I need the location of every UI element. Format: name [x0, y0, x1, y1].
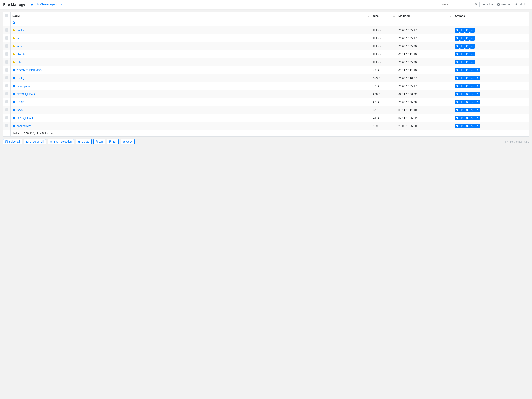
rename-action[interactable]	[460, 108, 465, 112]
item-link[interactable]: index	[17, 109, 23, 112]
copy-action[interactable]	[465, 68, 470, 72]
row-checkbox[interactable]	[5, 100, 8, 103]
item-link[interactable]: packed-refs	[17, 124, 31, 128]
delete-action[interactable]	[455, 84, 460, 89]
row-checkbox[interactable]	[5, 116, 8, 119]
link-action[interactable]	[470, 44, 475, 49]
invert-selection-button[interactable]: Invert selection	[48, 139, 74, 144]
link-action[interactable]	[470, 116, 475, 120]
row-checkbox[interactable]	[5, 36, 8, 39]
link-action[interactable]	[470, 84, 475, 89]
delete-action[interactable]	[455, 60, 460, 64]
link-action[interactable]	[470, 76, 475, 80]
copy-action[interactable]	[465, 100, 470, 104]
link-action[interactable]	[470, 60, 475, 64]
copy-action[interactable]	[465, 28, 470, 32]
rename-action[interactable]	[460, 44, 465, 49]
copy-button[interactable]: Copy	[120, 139, 135, 144]
copy-action[interactable]	[465, 92, 470, 97]
download-action[interactable]	[475, 124, 480, 129]
rename-action[interactable]	[460, 76, 465, 80]
row-checkbox[interactable]	[5, 124, 8, 127]
copy-action[interactable]	[465, 124, 470, 129]
delete-action[interactable]	[455, 44, 460, 49]
copy-action[interactable]	[465, 52, 470, 57]
delete-action[interactable]	[455, 76, 460, 80]
link-action[interactable]	[470, 92, 475, 97]
download-action[interactable]	[475, 68, 480, 72]
link-action[interactable]	[470, 68, 475, 72]
copy-action[interactable]	[465, 44, 470, 49]
search-input[interactable]	[439, 1, 473, 7]
item-link[interactable]: COMMIT_EDITMSG	[17, 69, 42, 72]
delete-action[interactable]	[455, 108, 460, 112]
rename-action[interactable]	[460, 52, 465, 57]
item-link[interactable]: objects	[17, 53, 25, 56]
row-checkbox[interactable]	[5, 45, 8, 48]
row-checkbox[interactable]	[5, 28, 8, 32]
item-link[interactable]: hooks	[17, 29, 24, 32]
download-action[interactable]	[475, 76, 480, 80]
up-link[interactable]: ..	[13, 21, 17, 24]
row-checkbox[interactable]	[5, 52, 8, 56]
copy-action[interactable]	[465, 60, 470, 64]
delete-action[interactable]	[455, 116, 460, 120]
home-link[interactable]	[31, 3, 33, 6]
new-item-link[interactable]: New Item	[497, 3, 512, 6]
select-all-button[interactable]: Select all	[3, 139, 22, 144]
select-all-checkbox[interactable]	[5, 14, 8, 17]
delete-action[interactable]	[455, 28, 460, 32]
link-action[interactable]	[470, 100, 475, 104]
delete-action[interactable]	[455, 36, 460, 40]
copy-action[interactable]	[465, 36, 470, 40]
link-action[interactable]	[470, 28, 475, 32]
item-link[interactable]: description	[17, 84, 30, 88]
download-action[interactable]	[475, 108, 480, 112]
rename-action[interactable]	[460, 60, 465, 64]
item-link[interactable]: info	[17, 37, 21, 40]
rename-action[interactable]	[460, 100, 465, 104]
row-checkbox[interactable]	[5, 92, 8, 96]
admin-dropdown[interactable]: Admin	[515, 3, 529, 6]
delete-action[interactable]	[455, 52, 460, 57]
copy-action[interactable]	[465, 76, 470, 80]
rename-action[interactable]	[460, 84, 465, 89]
search-button[interactable]	[473, 1, 480, 7]
item-link[interactable]: refs	[17, 61, 21, 64]
copy-action[interactable]	[465, 116, 470, 120]
tar-button[interactable]: Tar	[107, 139, 118, 144]
row-checkbox[interactable]	[5, 76, 8, 79]
delete-action[interactable]	[455, 68, 460, 72]
rename-action[interactable]	[460, 28, 465, 32]
delete-action[interactable]	[455, 100, 460, 104]
breadcrumb-item[interactable]: tinyfilemanager	[37, 3, 55, 6]
download-action[interactable]	[475, 84, 480, 89]
copy-action[interactable]	[465, 84, 470, 89]
item-link[interactable]: config	[17, 77, 24, 80]
rename-action[interactable]	[460, 92, 465, 97]
item-link[interactable]: FETCH_HEAD	[17, 93, 35, 96]
col-header-modified[interactable]: Modified	[396, 13, 453, 19]
copy-action[interactable]	[465, 108, 470, 112]
upload-link[interactable]: Upload	[482, 3, 494, 6]
item-link[interactable]: logs	[17, 45, 22, 48]
rename-action[interactable]	[460, 124, 465, 129]
download-action[interactable]	[475, 92, 480, 97]
link-action[interactable]	[470, 36, 475, 40]
row-checkbox[interactable]	[5, 60, 8, 64]
delete-action[interactable]	[455, 124, 460, 129]
item-link[interactable]: HEAD	[17, 101, 24, 104]
unselect-all-button[interactable]: Unselect all	[24, 139, 46, 144]
up-row[interactable]: ..	[3, 19, 529, 26]
row-checkbox[interactable]	[5, 68, 8, 71]
rename-action[interactable]	[460, 36, 465, 40]
row-checkbox[interactable]	[5, 108, 8, 111]
rename-action[interactable]	[460, 116, 465, 120]
item-link[interactable]: ORIG_HEAD	[17, 116, 33, 120]
rename-action[interactable]	[460, 68, 465, 72]
delete-button[interactable]: Delete	[76, 139, 91, 144]
zip-button[interactable]: Zip	[94, 139, 105, 144]
delete-action[interactable]	[455, 92, 460, 97]
row-checkbox[interactable]	[5, 84, 8, 87]
breadcrumb-item[interactable]: .git	[58, 3, 62, 6]
